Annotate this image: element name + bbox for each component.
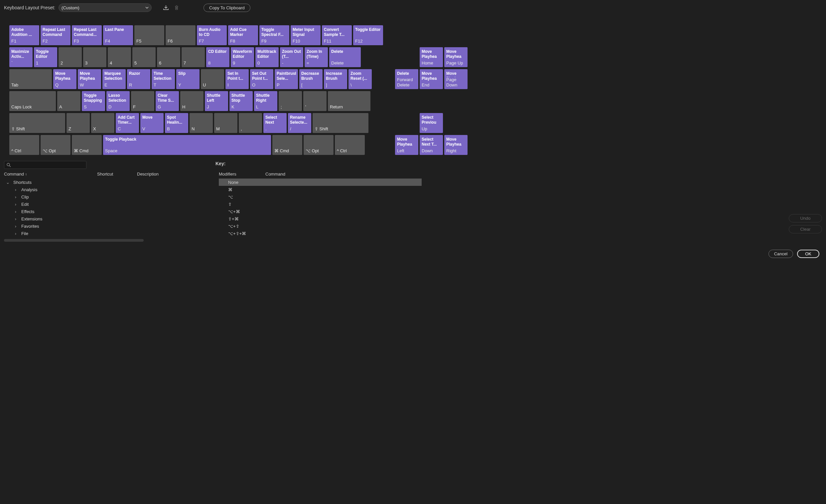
key-f[interactable]: F [131, 91, 154, 111]
key-l[interactable]: Shuttle RightL [254, 91, 277, 111]
tree-row[interactable]: ›Favorites [4, 223, 210, 230]
key-x[interactable]: X [91, 113, 114, 133]
key--ctrl[interactable]: ^ Ctrl [335, 135, 365, 155]
key-end[interactable]: Move PlayheaEnd [420, 69, 443, 89]
key-8[interactable]: CD Editor8 [206, 47, 229, 67]
modifier-row[interactable]: ⌥+⇧+⌘ [219, 230, 422, 237]
key-caps-lock[interactable]: Caps Lock [9, 91, 56, 111]
key--[interactable]: Increase Brush] [324, 69, 347, 89]
key-3[interactable]: 3 [83, 47, 106, 67]
key-g[interactable]: Clear Time S...G [156, 91, 179, 111]
key-up[interactable]: Select PreviouUp [420, 113, 443, 133]
modifier-row[interactable]: None [219, 179, 422, 186]
cancel-button[interactable]: Cancel [768, 250, 793, 258]
key--[interactable]: , [239, 113, 262, 133]
key-f1[interactable]: Adobe Audition ...F1 [9, 25, 39, 45]
key-f5[interactable]: F5 [134, 25, 164, 45]
col-modifiers[interactable]: Modifiers [219, 172, 266, 177]
key-1[interactable]: Toggle Editor1 [34, 47, 57, 67]
key--opt[interactable]: ⌥ Opt [41, 135, 70, 155]
key-2[interactable]: 2 [59, 47, 82, 67]
key--[interactable]: Maximize Activ...` [9, 47, 33, 67]
key-s[interactable]: Toggle SnappingS [82, 91, 105, 111]
key-a[interactable]: A [57, 91, 80, 111]
key-u[interactable]: U [201, 69, 224, 89]
key-f12[interactable]: Toggle EditorF12 [353, 25, 383, 45]
key-i[interactable]: Set In Point t...I [226, 69, 249, 89]
modifier-row[interactable]: ⇧+⌘ [219, 215, 422, 223]
horizontal-scrollbar[interactable] [4, 239, 144, 242]
key-right[interactable]: Move PlayheaRight [444, 135, 468, 155]
key-j[interactable]: Shuttle LeftJ [205, 91, 228, 111]
key-6[interactable]: 6 [157, 47, 180, 67]
key-o[interactable]: Set Out Point t...O [250, 69, 273, 89]
key-b[interactable]: Spot Healin...B [165, 113, 188, 133]
key-space[interactable]: Toggle PlaybackSpace [103, 135, 271, 155]
tree-row[interactable]: ›Extensions [4, 215, 210, 223]
modifier-row[interactable]: ⌥ [219, 193, 422, 200]
key--opt[interactable]: ⌥ Opt [304, 135, 334, 155]
key-f2[interactable]: Repeat Last CommandF2 [41, 25, 70, 45]
key-0[interactable]: Multitrack Editor0 [255, 47, 279, 67]
tree-row[interactable]: ›Effects [4, 208, 210, 215]
key-d[interactable]: Lasso SelectionD [106, 91, 130, 111]
key-f3[interactable]: Repeat Last Command...F3 [72, 25, 102, 45]
key-t[interactable]: Time SelectionT [152, 69, 175, 89]
key-y[interactable]: SlipY [176, 69, 199, 89]
modifier-row[interactable]: ⌥+⌘ [219, 208, 422, 215]
key--[interactable]: Select Next. [263, 113, 287, 133]
key-h[interactable]: H [180, 91, 203, 111]
tree-row[interactable]: ›Analysis [4, 186, 210, 193]
modifier-row[interactable]: ^ [219, 237, 422, 238]
key-r[interactable]: RazorR [127, 69, 150, 89]
tree-row[interactable]: ›File [4, 230, 210, 237]
col-command[interactable]: Command ↑ [4, 172, 97, 177]
key-n[interactable]: N [189, 113, 213, 133]
modifier-row[interactable]: ⌥+⇧ [219, 223, 422, 230]
key--ctrl[interactable]: ^ Ctrl [9, 135, 39, 155]
key-w[interactable]: Move PlayheaW [78, 69, 101, 89]
key--cmd[interactable]: ⌘ Cmd [272, 135, 302, 155]
key-z[interactable]: Z [66, 113, 90, 133]
key-e[interactable]: Marquee SelectionE [103, 69, 126, 89]
key-k[interactable]: Shuttle StopK [229, 91, 253, 111]
key-c[interactable]: Add Cart Timer...C [116, 113, 139, 133]
key-page-up[interactable]: Move PlayheaPage Up [444, 47, 468, 67]
col-r-command[interactable]: Command [266, 172, 285, 177]
key-f9[interactable]: Toggle Spectral F...F9 [259, 25, 289, 45]
key-f10[interactable]: Meter Input SignalF10 [291, 25, 320, 45]
key-home[interactable]: Move PlayheaHome [420, 47, 443, 67]
key-q[interactable]: Move PlayheaQ [53, 69, 76, 89]
modifier-row[interactable]: ⌘ [219, 186, 422, 193]
search-input[interactable] [4, 161, 86, 169]
tree-row[interactable]: ›Help [4, 237, 210, 238]
key--[interactable]: Decrease Brush[ [299, 69, 322, 89]
key--cmd[interactable]: ⌘ Cmd [72, 135, 102, 155]
key-down[interactable]: Select Next T...Down [420, 135, 443, 155]
key-f7[interactable]: Burn Audio to CDF7 [197, 25, 227, 45]
key-return[interactable]: Return [328, 91, 370, 111]
key-p[interactable]: Paintbrush Sele...P [275, 69, 298, 89]
key--[interactable]: Zoom Reset (...\ [349, 69, 372, 89]
tree-row[interactable]: ⌄Shortcuts [4, 179, 210, 186]
key-f11[interactable]: Convert Sample T...F11 [322, 25, 352, 45]
key-page-down[interactable]: Move PlayheaPage Down [444, 69, 468, 89]
key-9[interactable]: Waveform Editor9 [231, 47, 254, 67]
col-description[interactable]: Description [137, 172, 210, 177]
key-forward-delete[interactable]: DeleteForward Delete [395, 69, 418, 89]
key--[interactable]: Rename Selecte.../ [288, 113, 311, 133]
preset-select[interactable]: (Custom) [59, 3, 152, 12]
col-shortcut[interactable]: Shortcut [97, 172, 137, 177]
key--[interactable]: ' [303, 91, 327, 111]
key-f8[interactable]: Add Cue MarkerF8 [228, 25, 258, 45]
ok-button[interactable]: OK [797, 250, 819, 258]
key-v[interactable]: MoveV [140, 113, 164, 133]
key--shift[interactable]: ⇧ Shift [9, 113, 65, 133]
key--shift[interactable]: ⇧ Shift [312, 113, 368, 133]
key-5[interactable]: 5 [132, 47, 156, 67]
save-icon[interactable] [162, 4, 170, 11]
key-delete[interactable]: DeleteDelete [329, 47, 361, 67]
key--[interactable]: Zoom Out (T...- [280, 47, 303, 67]
key-tab[interactable]: Tab [9, 69, 52, 89]
key--[interactable]: ; [279, 91, 302, 111]
